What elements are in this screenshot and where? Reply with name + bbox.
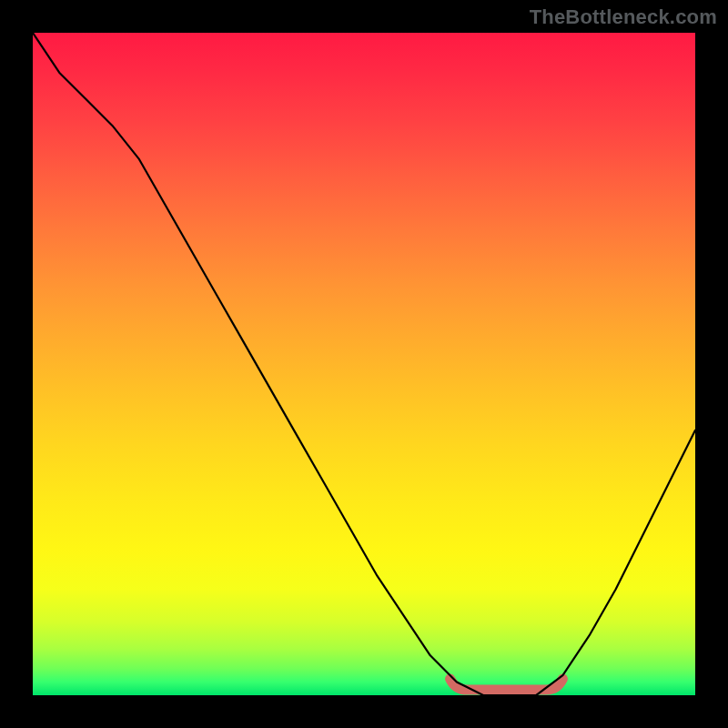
chart-frame: TheBottleneck.com xyxy=(0,0,728,728)
curve-line xyxy=(33,33,695,695)
watermark-text: TheBottleneck.com xyxy=(530,5,717,29)
chart-svg xyxy=(33,33,695,695)
plot-area xyxy=(33,33,695,695)
